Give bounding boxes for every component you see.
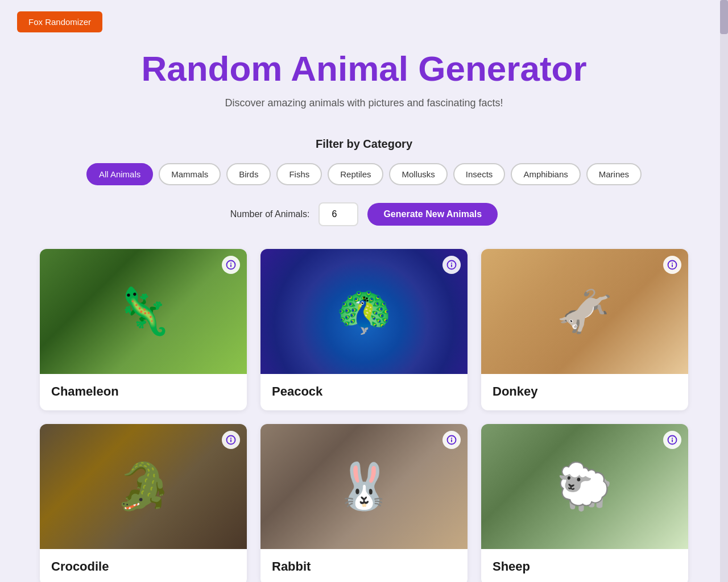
info-button-donkey[interactable] xyxy=(663,256,681,274)
animal-image-container-crocodile xyxy=(40,424,247,549)
animal-card-chameleon: Chameleon xyxy=(40,249,247,410)
animal-name-peacock: Peacock xyxy=(260,374,468,410)
filter-title: Filter by Category xyxy=(11,138,717,151)
animal-card-sheep: Sheep xyxy=(481,424,688,582)
filter-btn-fishs[interactable]: Fishs xyxy=(276,163,322,185)
filter-btn-amphibians[interactable]: Amphibians xyxy=(511,163,580,185)
info-button-crocodile[interactable] xyxy=(222,431,240,449)
scrollbar[interactable] xyxy=(720,0,728,582)
animal-image-peacock xyxy=(260,249,468,374)
info-button-sheep[interactable] xyxy=(663,431,681,449)
animal-image-rabbit xyxy=(260,424,468,549)
subtitle: Discover amazing animals with pictures a… xyxy=(11,97,717,109)
info-button-rabbit[interactable] xyxy=(442,431,461,449)
animal-image-sheep xyxy=(481,424,688,549)
animal-card-crocodile: Crocodile xyxy=(40,424,247,582)
animal-image-donkey xyxy=(481,249,688,374)
filter-btn-insects[interactable]: Insects xyxy=(453,163,506,185)
filter-btn-marines[interactable]: Marines xyxy=(586,163,642,185)
animal-image-container-chameleon xyxy=(40,249,247,374)
controls-label: Number of Animals: xyxy=(230,209,310,219)
info-button-chameleon[interactable] xyxy=(222,256,240,274)
num-animals-input[interactable] xyxy=(318,202,358,226)
animal-image-crocodile xyxy=(40,424,247,549)
filter-btn-mammals[interactable]: Mammals xyxy=(159,163,221,185)
animal-image-container-donkey xyxy=(481,249,688,374)
info-button-peacock[interactable] xyxy=(442,256,461,274)
top-bar: Fox Randomizer xyxy=(0,0,728,44)
animal-name-crocodile: Crocodile xyxy=(40,549,247,582)
animals-grid: Chameleon Peacock xyxy=(23,249,705,582)
animal-image-container-rabbit xyxy=(260,424,468,549)
animal-card-rabbit: Rabbit xyxy=(260,424,468,582)
filter-btn-mollusks[interactable]: Mollusks xyxy=(389,163,447,185)
animal-image-container-sheep xyxy=(481,424,688,549)
animal-name-sheep: Sheep xyxy=(481,549,688,582)
scrollbar-thumb[interactable] xyxy=(720,0,728,34)
main-title: Random Animal Generator xyxy=(11,49,717,88)
filter-btn-all-animals[interactable]: All Animals xyxy=(86,163,153,185)
animal-card-donkey: Donkey xyxy=(481,249,688,410)
filter-btn-reptiles[interactable]: Reptiles xyxy=(328,163,383,185)
filter-buttons: All Animals Mammals Birds Fishs Reptiles… xyxy=(11,163,717,185)
filter-btn-birds[interactable]: Birds xyxy=(226,163,271,185)
animal-name-chameleon: Chameleon xyxy=(40,374,247,410)
fox-randomizer-button[interactable]: Fox Randomizer xyxy=(17,11,102,32)
animal-image-container-peacock xyxy=(260,249,468,374)
controls: Number of Animals: Generate New Animals xyxy=(11,202,717,226)
animal-card-peacock: Peacock xyxy=(260,249,468,410)
header: Random Animal Generator Discover amazing… xyxy=(0,44,728,126)
animal-name-rabbit: Rabbit xyxy=(260,549,468,582)
animal-name-donkey: Donkey xyxy=(481,374,688,410)
filter-section: Filter by Category All Animals Mammals B… xyxy=(0,126,728,249)
animal-image-chameleon xyxy=(40,249,247,374)
generate-button[interactable]: Generate New Animals xyxy=(367,203,498,226)
